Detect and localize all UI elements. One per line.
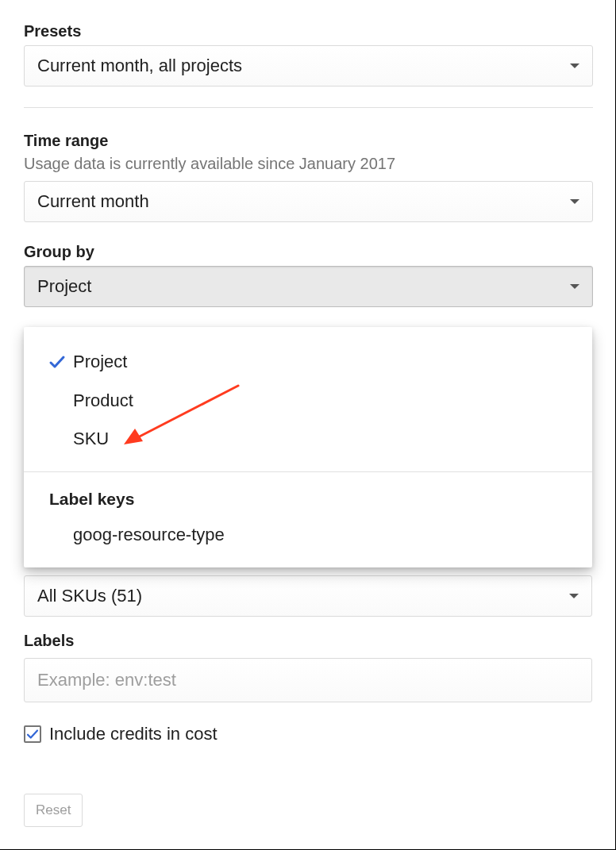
skus-section: All SKUs (51)	[24, 575, 592, 617]
presets-value: Current month, all projects	[37, 56, 242, 76]
chevron-down-icon	[570, 199, 579, 204]
filters-panel: Presets Current month, all projects Time…	[0, 0, 616, 850]
check-icon	[41, 352, 73, 371]
labels-input[interactable]	[24, 658, 592, 702]
group-by-value: Project	[37, 276, 91, 297]
labels-section: Labels	[24, 632, 592, 702]
group-by-select[interactable]: Project	[24, 266, 593, 307]
group-by-section: Group by Project	[24, 243, 593, 307]
include-credits-checkbox[interactable]	[24, 725, 41, 743]
group-by-label: Group by	[24, 243, 593, 261]
time-range-select[interactable]: Current month	[24, 181, 593, 222]
group-by-option-product[interactable]: Product	[24, 382, 592, 421]
skus-select[interactable]: All SKUs (51)	[24, 575, 592, 617]
presets-select[interactable]: Current month, all projects	[24, 45, 593, 87]
chevron-down-icon	[570, 284, 579, 289]
labels-label: Labels	[24, 632, 592, 650]
include-credits-label: Include credits in cost	[49, 724, 218, 744]
include-credits-row[interactable]: Include credits in cost	[24, 724, 218, 744]
time-range-sublabel: Usage data is currently available since …	[24, 155, 593, 173]
label-keys-header: Label keys	[24, 482, 592, 517]
presets-label: Presets	[24, 22, 593, 40]
group-by-option-sku[interactable]: SKU	[24, 420, 592, 459]
divider	[24, 107, 593, 108]
time-range-label: Time range	[24, 132, 593, 150]
check-icon	[25, 727, 40, 741]
presets-section: Presets Current month, all projects	[24, 22, 593, 87]
time-range-value: Current month	[37, 191, 149, 212]
menu-divider	[24, 471, 592, 472]
chevron-down-icon	[570, 63, 579, 68]
group-by-option-project[interactable]: Project	[24, 343, 592, 382]
group-by-option-label: Project	[73, 351, 127, 374]
reset-button[interactable]: Reset	[24, 794, 83, 827]
group-by-option-label: SKU	[73, 428, 109, 451]
label-key-option[interactable]: goog-resource-type	[24, 517, 592, 553]
group-by-option-label: Product	[73, 390, 133, 413]
group-by-dropdown-menu: Project Product SKU Label keys goog-reso…	[24, 327, 592, 567]
skus-value: All SKUs (51)	[37, 586, 142, 606]
chevron-down-icon	[569, 594, 579, 598]
time-range-section: Time range Usage data is currently avail…	[24, 132, 593, 222]
